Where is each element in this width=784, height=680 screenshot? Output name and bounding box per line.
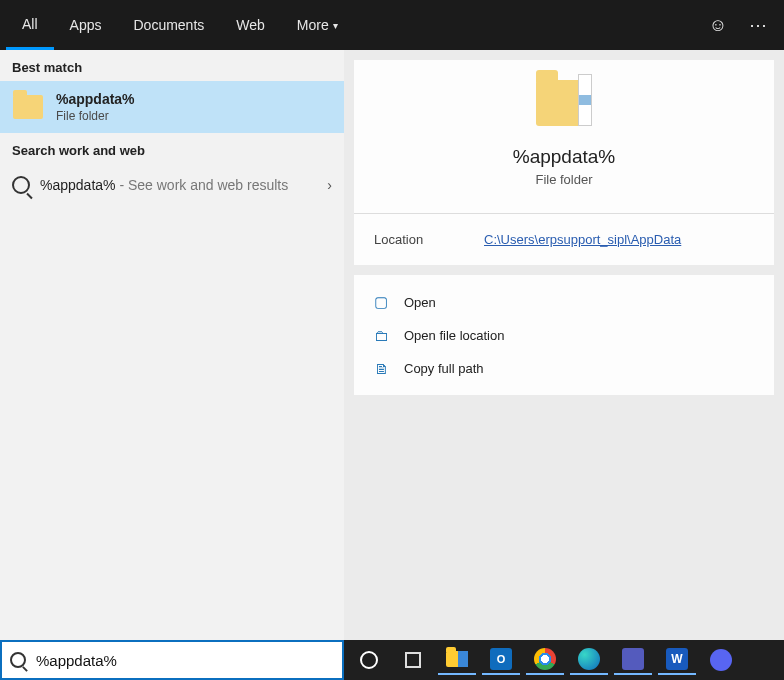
- detail-panel: %appdata% File folder Location C:\Users\…: [344, 50, 784, 640]
- chevron-right-icon: ›: [327, 177, 332, 193]
- folder-icon: [12, 91, 44, 123]
- best-match-result[interactable]: %appdata% File folder: [0, 81, 344, 133]
- detail-title: %appdata%: [513, 146, 615, 168]
- cortana-icon[interactable]: [350, 645, 388, 675]
- search-icon: [12, 176, 30, 194]
- open-icon: ▢: [374, 293, 394, 311]
- location-link[interactable]: C:\Users\erpsupport_sipl\AppData: [484, 232, 681, 247]
- results-panel: Best match %appdata% File folder Search …: [0, 50, 344, 640]
- search-input[interactable]: [36, 652, 334, 669]
- chrome-icon[interactable]: [526, 645, 564, 675]
- tab-web[interactable]: Web: [220, 0, 281, 50]
- search-filter-tabs: All Apps Documents Web More▾ ☺ ⋯: [0, 0, 784, 50]
- action-open-location[interactable]: 🗀Open file location: [354, 319, 774, 352]
- chevron-down-icon: ▾: [333, 20, 338, 31]
- taskbar: O W: [344, 640, 784, 680]
- tab-more[interactable]: More▾: [281, 0, 354, 50]
- outlook-icon[interactable]: O: [482, 645, 520, 675]
- copy-icon: 🗎: [374, 360, 394, 377]
- folder-open-icon: 🗀: [374, 327, 394, 344]
- folder-icon: [536, 80, 592, 126]
- tab-all[interactable]: All: [6, 0, 54, 50]
- result-title: %appdata%: [56, 91, 135, 107]
- section-best-match: Best match: [0, 50, 344, 81]
- result-subtitle: File folder: [56, 109, 135, 123]
- discord-icon[interactable]: [702, 645, 740, 675]
- web-result-text: %appdata% - See work and web results: [40, 177, 327, 193]
- edge-icon[interactable]: [570, 645, 608, 675]
- section-search-web: Search work and web: [0, 133, 344, 164]
- detail-subtitle: File folder: [535, 172, 592, 187]
- feedback-icon[interactable]: ☺: [698, 15, 738, 36]
- file-explorer-icon[interactable]: [438, 645, 476, 675]
- action-open[interactable]: ▢Open: [354, 285, 774, 319]
- web-result-row[interactable]: %appdata% - See work and web results ›: [0, 164, 344, 206]
- action-copy-path[interactable]: 🗎Copy full path: [354, 352, 774, 385]
- search-bar[interactable]: [0, 640, 344, 680]
- location-label: Location: [374, 232, 484, 247]
- word-icon[interactable]: W: [658, 645, 696, 675]
- tab-apps[interactable]: Apps: [54, 0, 118, 50]
- search-icon: [10, 652, 26, 668]
- teams-icon[interactable]: [614, 645, 652, 675]
- task-view-icon[interactable]: [394, 645, 432, 675]
- tab-documents[interactable]: Documents: [117, 0, 220, 50]
- more-options-icon[interactable]: ⋯: [738, 14, 778, 36]
